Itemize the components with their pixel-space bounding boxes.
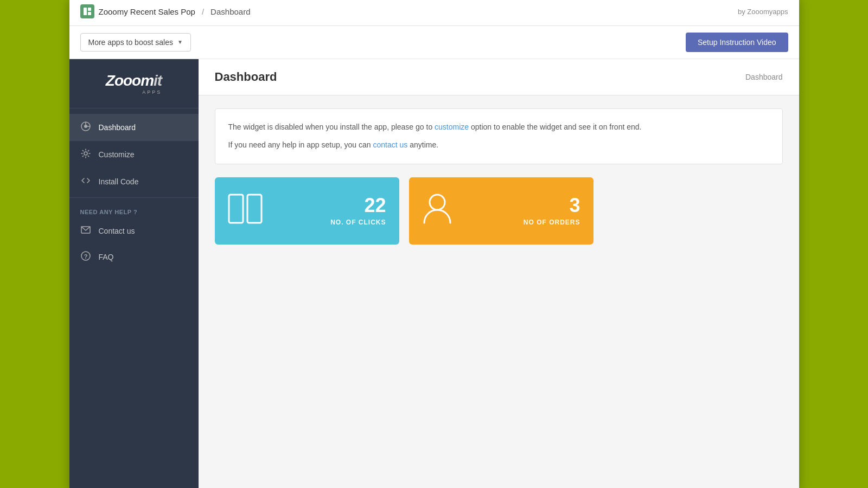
svg-text:?: ? — [84, 253, 87, 259]
sidebar-item-contact[interactable]: Contact us — [69, 219, 199, 243]
clicks-info: 22 NO. OF CLICKS — [273, 196, 386, 226]
clicks-icon — [228, 194, 263, 228]
sidebar-item-customize[interactable]: Customize — [69, 141, 199, 168]
logo-main: Zooomit — [106, 72, 162, 89]
app-container: Zooomy Recent Sales Pop / Dashboard by Z… — [69, 0, 799, 488]
dashboard-icon — [80, 121, 91, 133]
info-text-2-prefix: If you need any help in app setup, you c… — [228, 140, 373, 149]
envelope-icon — [80, 226, 91, 236]
question-icon: ? — [80, 251, 91, 263]
breadcrumb-page: Dashboard — [210, 7, 250, 16]
info-text-2-suffix: anytime. — [407, 140, 438, 149]
chevron-down-icon: ▼ — [177, 39, 183, 45]
svg-point-13 — [430, 195, 445, 210]
more-apps-button[interactable]: More apps to boost sales ▼ — [80, 33, 191, 52]
info-text-1: The widget is disabled when you install … — [228, 121, 769, 134]
orders-info: 3 NO OF ORDERS — [463, 196, 580, 226]
sidebar-item-dashboard[interactable]: Dashboard — [69, 114, 199, 141]
orders-label: NO OF ORDERS — [463, 219, 580, 226]
sidebar-item-faq-label: FAQ — [99, 253, 114, 261]
setup-video-label: Setup Instruction Video — [698, 38, 776, 47]
orders-card: 3 NO OF ORDERS — [409, 177, 593, 245]
content-area: Dashboard Dashboard The widget is disabl… — [199, 59, 799, 489]
svg-rect-1 — [88, 8, 91, 11]
content-body: The widget is disabled when you install … — [199, 95, 799, 258]
svg-rect-0 — [84, 8, 87, 15]
customize-link[interactable]: customize — [435, 123, 469, 131]
sidebar-item-install-code-label: Install Code — [99, 177, 139, 186]
orders-icon — [422, 192, 452, 229]
app-name: Zooomy Recent Sales Pop — [99, 7, 195, 16]
clicks-value: 22 — [273, 196, 386, 215]
main-layout: Zooomit APPS Dashboard — [69, 59, 799, 489]
more-apps-label: More apps to boost sales — [88, 38, 173, 47]
orders-value: 3 — [463, 196, 580, 215]
svg-point-4 — [84, 125, 87, 128]
info-text-1-prefix: The widget is disabled when you install … — [228, 123, 435, 131]
app-icon — [80, 4, 94, 18]
sidebar-divider — [69, 197, 199, 198]
info-box: The widget is disabled when you install … — [215, 108, 783, 165]
code-icon — [80, 176, 91, 188]
setup-video-button[interactable]: Setup Instruction Video — [686, 33, 788, 52]
svg-rect-12 — [247, 195, 261, 223]
logo-sub: APPS — [106, 89, 162, 95]
help-section-label: NEED ANY HELP ? — [69, 200, 199, 219]
sidebar-nav: Dashboard Customize — [69, 108, 199, 489]
toolbar: More apps to boost sales ▼ Setup Instruc… — [69, 26, 799, 59]
info-text-1-suffix: option to enable the widget and see it o… — [469, 123, 641, 131]
stats-row: 22 NO. OF CLICKS 3 — [215, 177, 783, 245]
sidebar: Zooomit APPS Dashboard — [69, 59, 199, 489]
sidebar-item-customize-label: Customize — [99, 150, 135, 159]
top-header: Zooomy Recent Sales Pop / Dashboard by Z… — [69, 0, 799, 26]
page-title: Dashboard — [215, 70, 277, 84]
sidebar-item-contact-label: Contact us — [99, 227, 135, 235]
sidebar-logo: Zooomit APPS — [69, 59, 199, 108]
svg-rect-11 — [229, 195, 243, 223]
contact-link[interactable]: contact us — [373, 140, 407, 149]
sidebar-item-dashboard-label: Dashboard — [99, 123, 136, 132]
gear-icon — [80, 149, 91, 160]
clicks-card: 22 NO. OF CLICKS — [215, 177, 399, 245]
sidebar-item-faq[interactable]: ? FAQ — [69, 243, 199, 271]
breadcrumb-separator: / — [202, 7, 204, 16]
clicks-label: NO. OF CLICKS — [273, 219, 386, 226]
content-header: Dashboard Dashboard — [199, 59, 799, 95]
info-text-2: If you need any help in app setup, you c… — [228, 139, 769, 152]
by-label: by Zooomyapps — [738, 8, 788, 16]
svg-rect-2 — [88, 12, 91, 15]
breadcrumb: Zooomy Recent Sales Pop / Dashboard — [80, 4, 251, 18]
svg-point-7 — [84, 152, 87, 155]
content-breadcrumb: Dashboard — [745, 73, 783, 81]
sidebar-item-install-code[interactable]: Install Code — [69, 168, 199, 195]
